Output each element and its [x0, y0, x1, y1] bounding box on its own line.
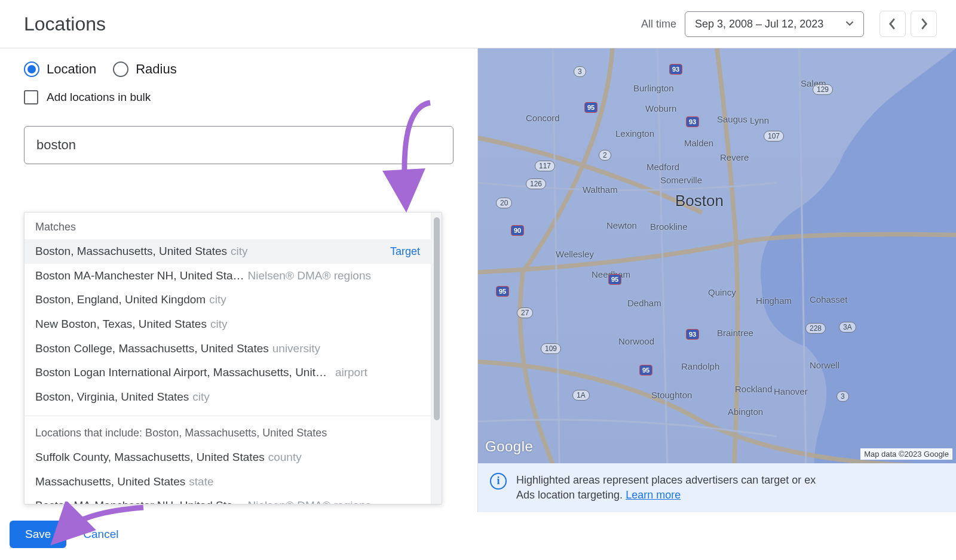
suggestion-item[interactable]: Boston Logan International Airport, Mass…: [24, 361, 431, 385]
cancel-button[interactable]: Cancel: [83, 528, 118, 541]
caret-down-icon: [845, 18, 854, 30]
route-shield: 95: [639, 365, 652, 376]
map-city-label: Waltham: [583, 184, 618, 195]
location-search-input[interactable]: [36, 137, 441, 153]
route-shield: 3: [574, 66, 586, 77]
map-city-label: Norwell: [810, 360, 839, 370]
includes-header: Locations that include: Boston, Massachu…: [24, 419, 431, 445]
map-city-label: Lynn: [750, 115, 769, 125]
google-logo: Google: [485, 438, 533, 455]
route-shield: 107: [764, 131, 784, 141]
prev-button[interactable]: [880, 11, 906, 37]
route-shield: 27: [517, 307, 533, 318]
suggestion-item[interactable]: Boston, Virginia, United States city: [24, 385, 431, 410]
suggestion-item[interactable]: Boston College, Massachusetts, United St…: [24, 337, 431, 361]
route-shield: 3A: [839, 322, 856, 333]
checkbox-icon: [24, 90, 38, 104]
route-shield: 95: [608, 274, 621, 285]
next-button[interactable]: [911, 11, 937, 37]
map-city-label: Malden: [684, 138, 713, 148]
date-range-picker[interactable]: Sep 3, 2008 – Jul 12, 2023: [685, 11, 864, 37]
suggestion-item[interactable]: Boston MA-Manchester NH, United Sta… Nie…: [24, 264, 431, 288]
dropdown-scrollbar[interactable]: [431, 213, 442, 504]
matches-header: Matches: [24, 213, 431, 239]
map-city-label: Abington: [728, 407, 763, 417]
map-city-label: Brookline: [650, 221, 688, 232]
route-shield: 95: [496, 286, 509, 297]
map-city-label: Hingham: [756, 296, 792, 306]
route-shield: 93: [686, 329, 699, 340]
map-attribution: Map data ©2023 Google: [860, 448, 952, 460]
learn-more-link[interactable]: Learn more: [626, 489, 681, 501]
map-label-main: Boston: [675, 192, 724, 210]
suggestion-item[interactable]: Boston, England, United Kingdom city: [24, 288, 431, 312]
map-city-label: Medford: [646, 162, 679, 172]
suggestion-item[interactable]: Boston, Massachusetts, United States cit…: [24, 239, 431, 264]
map-city-label: Hanover: [774, 386, 808, 396]
map-city-label: Rockland: [735, 384, 773, 394]
bulk-checkbox[interactable]: Add locations in bulk: [24, 90, 454, 104]
route-shield: 3: [836, 391, 849, 402]
radio-location-label: Location: [47, 61, 96, 77]
suggestion-item[interactable]: Suffolk County, Massachusetts, United St…: [24, 445, 431, 470]
info-text: Highlighted areas represent places adver…: [516, 474, 816, 486]
map-city-label: Burlington: [633, 83, 674, 93]
range-label: All time: [641, 18, 676, 30]
route-shield: 93: [669, 64, 682, 75]
radio-location[interactable]: Location: [24, 61, 96, 77]
suggestion-item[interactable]: Boston MA-Manchester NH, United Sta… Nie…: [24, 494, 431, 504]
map-city-label: Norwood: [618, 336, 654, 346]
location-search-box[interactable]: [24, 126, 454, 164]
map-city-label: Cohasset: [810, 294, 847, 304]
suggestion-item[interactable]: Massachusetts, United States state: [24, 470, 431, 494]
route-shield: 20: [496, 198, 512, 208]
map-city-label: Woburn: [645, 103, 676, 113]
map-city-label: Lexington: [615, 128, 654, 139]
route-shield: 90: [511, 225, 524, 236]
map[interactable]: Boston BurlingtonWoburnConcordLexingtonS…: [478, 48, 956, 463]
route-shield: 117: [535, 161, 555, 171]
map-city-label: Braintree: [717, 328, 753, 338]
radio-radius-label: Radius: [136, 61, 176, 77]
route-shield: 126: [526, 179, 546, 189]
route-shield: 228: [805, 323, 826, 334]
route-shield: 129: [813, 84, 833, 95]
date-range-text: Sep 3, 2008 – Jul 12, 2023: [695, 18, 823, 30]
route-shield: 95: [584, 102, 598, 113]
right-pane: Boston BurlingtonWoburnConcordLexingtonS…: [478, 48, 956, 512]
map-city-label: Stoughton: [651, 390, 692, 400]
route-shield: 2: [599, 150, 611, 161]
map-city-label: Randolph: [681, 361, 719, 371]
route-shield: 109: [541, 343, 561, 354]
info-text2: Ads location targeting.: [516, 489, 626, 501]
map-city-label: Newton: [606, 220, 637, 230]
map-city-label: Quincy: [708, 287, 736, 297]
info-icon: i: [490, 473, 507, 490]
map-city-label: Dedham: [627, 298, 661, 308]
route-shield: 93: [686, 116, 699, 127]
map-city-label: Saugus: [717, 114, 747, 124]
left-pane: Location Radius Add locations in bulk Ma…: [0, 48, 478, 512]
info-bar: i Highlighted areas represent places adv…: [478, 463, 956, 512]
map-city-label: Somerville: [660, 175, 702, 185]
map-city-label: Wellesley: [556, 249, 594, 259]
radio-radius[interactable]: Radius: [113, 61, 176, 77]
bulk-label: Add locations in bulk: [47, 91, 151, 104]
header: Locations All time Sep 3, 2008 – Jul 12,…: [0, 0, 956, 48]
suggestions-dropdown: Matches Boston, Massachusetts, United St…: [24, 212, 442, 504]
map-city-label: Concord: [526, 113, 560, 123]
page-title: Locations: [24, 13, 641, 35]
target-action[interactable]: Target: [390, 245, 420, 259]
route-shield: 1A: [572, 390, 590, 401]
save-button[interactable]: Save: [10, 521, 66, 548]
footer: Save Cancel: [0, 512, 956, 560]
map-city-label: Revere: [720, 152, 749, 162]
suggestion-item[interactable]: New Boston, Texas, United States city: [24, 312, 431, 337]
